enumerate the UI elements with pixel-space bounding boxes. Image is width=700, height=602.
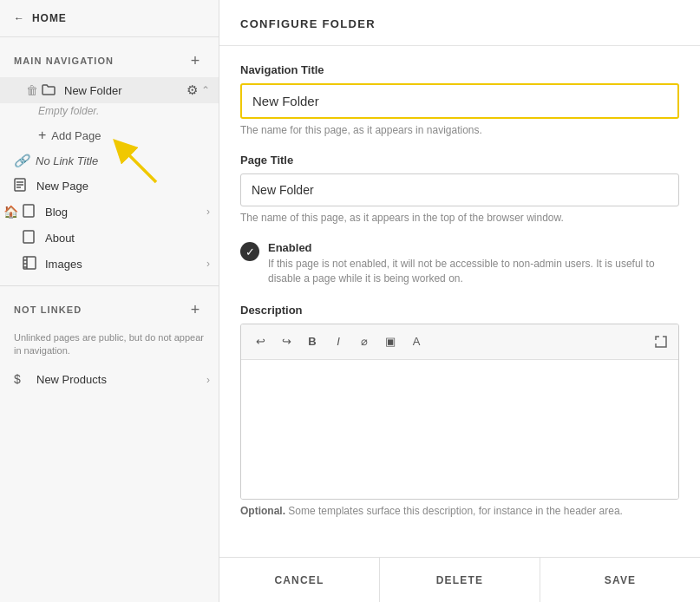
description-group: Description ↩ ↪ B I ⌀ ▣ A bbox=[240, 304, 679, 517]
nav-title-label: Navigation Title bbox=[240, 63, 679, 76]
main-nav-title: MAIN NAVIGATION bbox=[14, 56, 114, 66]
about-label: About bbox=[45, 232, 210, 245]
not-linked-header: NOT LINKED + bbox=[0, 286, 219, 326]
optional-label: Optional. bbox=[240, 505, 285, 517]
back-button[interactable]: ← HOME bbox=[0, 0, 219, 37]
folder-icon bbox=[42, 82, 57, 98]
home-icon: 🏠 bbox=[3, 205, 18, 219]
delete-button[interactable]: DELETE bbox=[380, 558, 540, 602]
editor-toolbar: ↩ ↪ B I ⌀ ▣ A bbox=[241, 324, 678, 360]
delete-folder-icon[interactable]: 🗑 bbox=[26, 83, 38, 97]
page-icon bbox=[14, 178, 29, 193]
configure-panel: CONFIGURE FOLDER Navigation Title The na… bbox=[219, 0, 700, 602]
chevron-up-icon[interactable]: ⌃ bbox=[201, 84, 210, 96]
enabled-title: Enabled bbox=[268, 241, 679, 254]
nav-title-input[interactable] bbox=[240, 83, 679, 119]
about-page-icon bbox=[23, 230, 38, 245]
dollar-icon: $ bbox=[14, 372, 29, 388]
enabled-text-block: Enabled If this page is not enabled, it … bbox=[268, 241, 679, 286]
unlink-button[interactable]: ⌀ bbox=[352, 330, 376, 354]
page-title-label: Page Title bbox=[240, 154, 679, 167]
panel-body: Navigation Title The name for this page,… bbox=[219, 46, 700, 557]
no-link-title-item[interactable]: 🔗 No Link Title bbox=[0, 148, 219, 173]
expand-editor-button[interactable] bbox=[651, 331, 671, 352]
save-button[interactable]: SAVE bbox=[540, 558, 700, 602]
enabled-checkbox[interactable]: ✓ bbox=[240, 242, 259, 261]
not-linked-add-button[interactable]: + bbox=[186, 300, 205, 319]
clear-format-button[interactable]: A bbox=[404, 330, 429, 354]
not-linked-section: NOT LINKED + Unlinked pages are public, … bbox=[0, 285, 219, 393]
svg-rect-4 bbox=[23, 205, 34, 217]
new-page-label: New Page bbox=[36, 180, 210, 193]
folder-item[interactable]: 🗑 New Folder ⚙ ⌃ bbox=[0, 77, 219, 103]
images-chevron-icon[interactable]: › bbox=[206, 258, 210, 270]
images-nav-item[interactable]: Images › bbox=[0, 251, 219, 277]
description-editor-body[interactable] bbox=[241, 360, 678, 499]
not-linked-title: NOT LINKED bbox=[14, 304, 82, 315]
folder-label: New Folder bbox=[64, 84, 186, 97]
page-title-group: Page Title The name of this page, as it … bbox=[240, 154, 679, 224]
folder-actions: ⚙ ⌃ bbox=[186, 82, 210, 98]
description-hint-rest: Some templates surface this description,… bbox=[288, 505, 623, 517]
back-label: HOME bbox=[32, 12, 67, 24]
new-products-chevron-icon[interactable]: › bbox=[206, 374, 210, 386]
add-page-button[interactable]: + Add Page bbox=[0, 122, 219, 148]
enabled-row: ✓ Enabled If this page is not enabled, i… bbox=[240, 241, 679, 286]
cancel-button[interactable]: CANCEL bbox=[219, 558, 380, 602]
page-title-input[interactable] bbox=[240, 173, 679, 206]
no-link-label: No Link Title bbox=[36, 154, 98, 167]
italic-button[interactable]: I bbox=[326, 330, 350, 354]
empty-folder-label: Empty folder. bbox=[0, 103, 219, 122]
sidebar: ← HOME MAIN NAVIGATION + 🗑 New Folder ⚙ … bbox=[0, 0, 219, 602]
panel-title: CONFIGURE FOLDER bbox=[240, 17, 376, 30]
blog-nav-item[interactable]: 🏠 Blog › bbox=[0, 199, 219, 225]
enabled-description: If this page is not enabled, it will not… bbox=[268, 257, 679, 286]
svg-rect-5 bbox=[23, 231, 34, 243]
page-title-hint: The name of this page, as it appears in … bbox=[240, 212, 679, 224]
images-icon bbox=[23, 256, 38, 272]
add-page-label: Add Page bbox=[51, 129, 101, 142]
new-products-label: New Products bbox=[36, 373, 206, 386]
nav-title-hint: The name for this page, as it appears in… bbox=[240, 124, 679, 136]
blog-chevron-icon[interactable]: › bbox=[206, 206, 210, 218]
new-page-item[interactable]: New Page bbox=[0, 173, 219, 199]
panel-header: CONFIGURE FOLDER bbox=[219, 0, 700, 46]
undo-button[interactable]: ↩ bbox=[248, 330, 272, 354]
link-page-icon bbox=[23, 204, 38, 219]
gear-icon[interactable]: ⚙ bbox=[186, 82, 198, 98]
link-icon: 🔗 bbox=[14, 154, 29, 167]
panel-footer: CANCEL DELETE SAVE bbox=[219, 557, 700, 602]
main-nav-add-button[interactable]: + bbox=[186, 51, 205, 70]
images-label: Images bbox=[45, 258, 206, 271]
check-icon: ✓ bbox=[245, 245, 255, 258]
redo-button[interactable]: ↪ bbox=[274, 330, 298, 354]
blog-label: Blog bbox=[45, 206, 206, 219]
bold-button[interactable]: B bbox=[300, 330, 324, 354]
description-hint: Optional. Some templates surface this de… bbox=[240, 505, 679, 517]
new-products-item[interactable]: $ New Products › bbox=[0, 367, 219, 393]
description-label: Description bbox=[240, 304, 679, 317]
block-button[interactable]: ▣ bbox=[378, 330, 402, 354]
description-editor: ↩ ↪ B I ⌀ ▣ A bbox=[240, 324, 679, 500]
not-linked-description: Unlinked pages are public, but do not ap… bbox=[0, 326, 219, 367]
nav-title-group: Navigation Title The name for this page,… bbox=[240, 63, 679, 136]
plus-icon: + bbox=[38, 128, 46, 143]
about-nav-item[interactable]: About bbox=[0, 225, 219, 251]
main-nav-header: MAIN NAVIGATION + bbox=[0, 37, 219, 77]
back-arrow-icon: ← bbox=[14, 12, 25, 24]
